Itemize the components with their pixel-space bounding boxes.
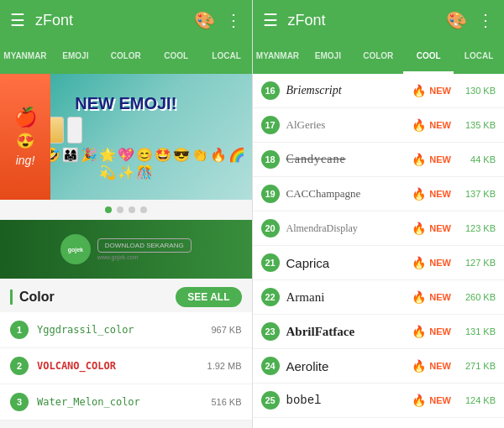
left-palette-icon[interactable]: 🎨 <box>194 10 215 30</box>
left-header-icons: 🎨 ⋮ <box>194 10 242 30</box>
font-abrilfatface: AbrilFatface <box>286 325 412 339</box>
font-size-20: 123 KB <box>458 223 496 233</box>
font-algeries: AlGeries <box>286 118 412 132</box>
phone-white <box>67 117 82 144</box>
phone-gold <box>49 117 64 144</box>
tab-cool-left[interactable]: COOL <box>151 40 202 74</box>
font-bobel: bobel <box>286 394 412 407</box>
right-panel: ☰ zFont 🎨 ⋮ MYANMAR EMOJI COLOR COOL LOC… <box>253 0 505 428</box>
fire-icon-24: 🔥 <box>412 359 426 373</box>
new-badge-23: 🔥 NEW <box>412 325 451 338</box>
gojek-logo: gojek <box>60 234 91 264</box>
list-item[interactable]: 16 Briemscript 🔥 NEW 130 KB <box>253 74 505 108</box>
tab-cool-right[interactable]: COOL <box>403 40 454 74</box>
list-item[interactable]: 17 AlGeries 🔥 NEW 135 KB <box>253 108 505 143</box>
right-num-16: 16 <box>261 81 280 100</box>
see-all-button[interactable]: SEE ALL <box>176 287 241 307</box>
tab-color-right[interactable]: COLOR <box>353 40 403 74</box>
font-size-17: 135 KB <box>458 120 496 130</box>
right-tab-bar: MYANMAR EMOJI COLOR COOL LOCAL <box>253 40 505 74</box>
right-num-20: 20 <box>261 219 280 237</box>
font-size-1: 967 KB <box>211 325 241 335</box>
font-size-18: 44 KB <box>458 154 496 164</box>
left-tab-bar: MYANMAR EMOJI COLOR COOL LOCAL <box>0 40 252 74</box>
left-panel: ☰ zFont 🎨 ⋮ MYANMAR EMOJI COLOR COOL LOC… <box>0 0 252 428</box>
font-size-16: 130 KB <box>458 86 496 96</box>
tab-myanmar-right[interactable]: MYANMAR <box>253 40 303 74</box>
font-name-watermelon: Water_Melon_color <box>37 396 211 408</box>
list-item[interactable]: 3 Water_Melon_color 516 KB <box>0 384 252 420</box>
fire-icon-22: 🔥 <box>412 290 426 304</box>
right-num-23: 23 <box>261 322 280 341</box>
tab-local-left[interactable]: LOCAL <box>202 40 252 74</box>
font-size-25: 124 KB <box>458 395 496 405</box>
right-palette-icon[interactable]: 🎨 <box>446 10 467 30</box>
banner-carousel: 🍎 😍 ing! NEW EMOJI! 12 😍😂🤣👨‍👩‍👧 🎉🌟 <box>0 74 252 200</box>
font-candycane: Candycane <box>286 153 412 166</box>
list-item[interactable]: 23 AbrilFatface 🔥 NEW 131 KB <box>253 315 505 349</box>
right-num-21: 21 <box>261 253 280 272</box>
font-almendra: AlmendraDisplay <box>286 222 412 235</box>
color-section-header: Color SEE ALL <box>0 279 252 312</box>
fire-icon-21: 🔥 <box>412 256 426 269</box>
ad-download-btn: DOWNLOAD SEKARANG <box>97 238 192 253</box>
font-name-volcano: VOLCANO_COLOR <box>37 360 207 372</box>
new-label-16: NEW <box>429 86 451 96</box>
list-item[interactable]: 22 Armani 🔥 NEW 260 KB <box>253 280 505 315</box>
right-num-24: 24 <box>261 357 280 375</box>
right-app-title: zFont <box>288 12 447 29</box>
list-item[interactable]: 18 Candycane 🔥 NEW 44 KB <box>253 143 505 177</box>
list-item[interactable]: 20 AlmendraDisplay 🔥 NEW 123 KB <box>253 211 505 246</box>
new-badge-25: 🔥 NEW <box>412 394 451 407</box>
left-menu-icon[interactable]: ☰ <box>10 10 25 30</box>
list-item[interactable]: 1 Yggdrassil_color 967 KB <box>0 312 252 348</box>
section-title: Color <box>10 290 55 305</box>
list-item[interactable]: 21 Caprica 🔥 NEW 127 KB <box>253 246 505 280</box>
right-num-22: 22 <box>261 288 280 306</box>
new-label-20: NEW <box>429 223 451 233</box>
new-label-24: NEW <box>429 361 451 371</box>
new-badge-19: 🔥 NEW <box>412 187 451 201</box>
fire-icon-18: 🔥 <box>412 153 426 166</box>
fire-icon-25: 🔥 <box>412 394 426 407</box>
left-content: 🍎 😍 ing! NEW EMOJI! 12 😍😂🤣👨‍👩‍👧 🎉🌟 <box>0 74 252 428</box>
tab-myanmar-left[interactable]: MYANMAR <box>0 40 50 74</box>
font-num-1: 1 <box>10 321 29 339</box>
font-aerolite: Aerolite <box>286 359 412 373</box>
right-num-19: 19 <box>261 185 280 203</box>
banner-left-strip: 🍎 😍 ing! <box>0 74 50 200</box>
tab-local-right[interactable]: LOCAL <box>454 40 504 74</box>
list-item[interactable]: 24 Aerolite 🔥 NEW 271 KB <box>253 349 505 384</box>
font-armani: Armani <box>286 290 412 305</box>
new-badge-21: 🔥 NEW <box>412 256 451 269</box>
list-item[interactable]: 25 bobel 🔥 NEW 124 KB <box>253 384 505 418</box>
tab-emoji-right[interactable]: EMOJI <box>302 40 353 74</box>
new-badge-18: 🔥 NEW <box>412 153 451 166</box>
font-size-3: 516 KB <box>211 397 241 407</box>
right-header-icons: 🎨 ⋮ <box>446 10 494 30</box>
font-caprica: Caprica <box>286 256 412 270</box>
font-name-ygg: Yggdrassil_color <box>37 324 211 336</box>
right-num-25: 25 <box>261 391 280 410</box>
fire-icon-20: 🔥 <box>412 222 426 235</box>
right-menu-icon[interactable]: ☰ <box>263 10 278 30</box>
tab-color-left[interactable]: COLOR <box>101 40 151 74</box>
ad-url: www.gojek.com <box>97 254 139 260</box>
left-font-list: 1 Yggdrassil_color 967 KB 2 VOLCANO_COLO… <box>0 312 252 420</box>
new-label-25: NEW <box>429 395 451 405</box>
tab-emoji-left[interactable]: EMOJI <box>50 40 101 74</box>
font-size-21: 127 KB <box>458 258 496 268</box>
font-size-19: 137 KB <box>458 189 496 199</box>
new-label-22: NEW <box>429 292 451 302</box>
list-item[interactable]: 2 VOLCANO_COLOR 1.92 MB <box>0 348 252 384</box>
left-more-icon[interactable]: ⋮ <box>225 10 242 30</box>
fire-icon-17: 🔥 <box>412 118 426 132</box>
new-badge-16: 🔥 NEW <box>412 84 451 97</box>
right-more-icon[interactable]: ⋮ <box>477 10 494 30</box>
ad-banner[interactable]: gojek DOWNLOAD SEKARANG www.gojek.com <box>0 220 252 279</box>
right-num-18: 18 <box>261 150 280 169</box>
dot-3 <box>129 206 135 213</box>
list-item[interactable]: 19 CACChampagne 🔥 NEW 137 KB <box>253 177 505 211</box>
dot-1 <box>105 206 112 213</box>
left-header: ☰ zFont 🎨 ⋮ <box>0 0 252 40</box>
